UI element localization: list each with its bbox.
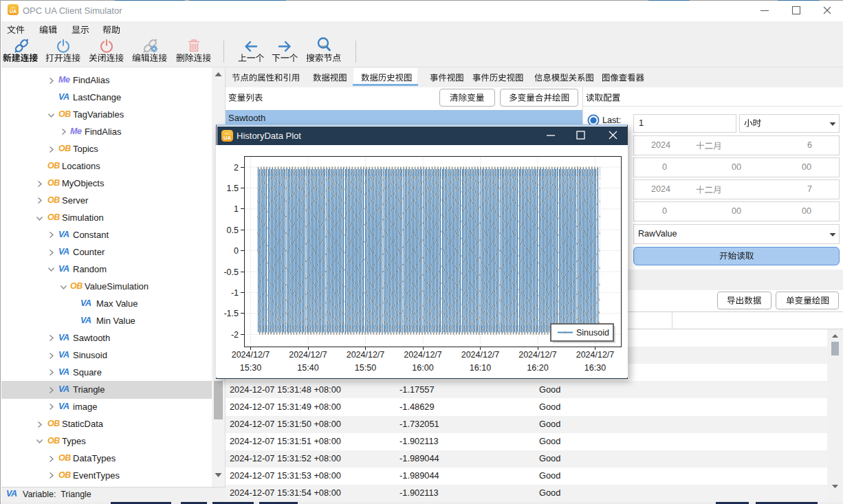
svg-text:1: 1	[234, 204, 239, 214]
svg-text:0: 0	[234, 246, 239, 256]
svg-text:2024/12/7: 2024/12/7	[232, 350, 270, 360]
svg-text:0.5: 0.5	[227, 226, 239, 235]
svg-text:15:30: 15:30	[240, 363, 261, 373]
svg-text:16:00: 16:00	[412, 363, 433, 373]
svg-text:2024/12/7: 2024/12/7	[404, 350, 442, 360]
svg-text:16:30: 16:30	[584, 363, 606, 373]
svg-text:-0.5: -0.5	[223, 267, 239, 277]
svg-text:UA: UA	[10, 8, 17, 14]
svg-text:16:10: 16:10	[470, 363, 491, 373]
svg-text:16:20: 16:20	[527, 363, 548, 373]
svg-text:15:50: 15:50	[355, 363, 376, 373]
svg-text:2024/12/7: 2024/12/7	[576, 350, 615, 360]
svg-text:Sinusoid: Sinusoid	[576, 328, 609, 338]
svg-text:UA: UA	[223, 135, 231, 141]
svg-text:-1: -1	[231, 288, 239, 298]
svg-text:-1.5: -1.5	[223, 309, 239, 318]
svg-text:15:40: 15:40	[297, 363, 318, 373]
svg-text:-2: -2	[231, 330, 239, 340]
svg-text:2024/12/7: 2024/12/7	[347, 350, 385, 360]
svg-text:2024/12/7: 2024/12/7	[518, 350, 557, 360]
svg-text:2024/12/7: 2024/12/7	[461, 350, 500, 360]
svg-text:1.5: 1.5	[227, 184, 239, 193]
svg-text:2: 2	[234, 163, 239, 173]
svg-text:2024/12/7: 2024/12/7	[289, 350, 327, 360]
